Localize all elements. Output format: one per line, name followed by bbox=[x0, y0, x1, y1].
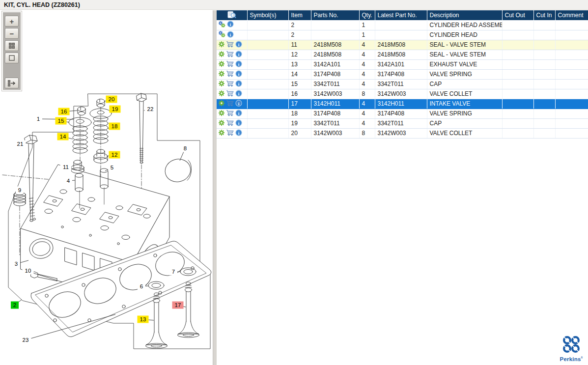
pane-splitter[interactable] bbox=[213, 10, 217, 365]
cell-item: 20 bbox=[288, 128, 311, 138]
table-row[interactable]: i203142W00383142W003VALVE COLLET bbox=[217, 128, 588, 138]
cart-icon[interactable] bbox=[226, 90, 234, 98]
table-row[interactable]: i133142A10143142A101EXHAUST VALVE bbox=[217, 59, 588, 69]
table-row[interactable]: i183174P40843174P408VALVE SPRING bbox=[217, 109, 588, 118]
cell-desc: SEAL - VALVE STEM bbox=[427, 40, 502, 50]
info-icon[interactable]: i bbox=[235, 80, 242, 88]
cart-icon[interactable] bbox=[226, 110, 234, 118]
gear-icon[interactable] bbox=[218, 119, 225, 128]
cell-latest: 2418M508 bbox=[375, 40, 427, 50]
svg-text:19: 19 bbox=[112, 106, 118, 112]
table-row[interactable]: i163142W00383142W003VALVE COLLET bbox=[217, 89, 588, 99]
cell-qty: 4 bbox=[359, 109, 375, 118]
gear-icon[interactable] bbox=[218, 129, 225, 138]
gear-icon[interactable] bbox=[218, 70, 225, 79]
cart-icon[interactable] bbox=[226, 119, 234, 128]
info-icon[interactable]: i bbox=[235, 90, 242, 98]
callout-22[interactable]: 22 bbox=[144, 106, 156, 113]
svg-text:1: 1 bbox=[37, 116, 40, 122]
diagram-toolbar: + − bbox=[2, 11, 22, 91]
cart-icon[interactable] bbox=[226, 100, 234, 108]
single-view-button[interactable] bbox=[5, 53, 19, 63]
callout-5[interactable]: 5 bbox=[105, 164, 116, 171]
svg-text:9: 9 bbox=[18, 187, 21, 193]
zoom-out-button[interactable]: − bbox=[5, 28, 19, 39]
cell-cut_out bbox=[502, 89, 533, 99]
info-icon[interactable]: i bbox=[235, 51, 242, 59]
gear-icon[interactable] bbox=[218, 41, 225, 49]
cell-parts_no: 3142A101 bbox=[311, 59, 359, 69]
svg-text:i: i bbox=[238, 101, 240, 106]
callout-2[interactable]: 2 bbox=[11, 300, 22, 309]
table-row[interactable]: i143174P40843174P408VALVE SPRING bbox=[217, 69, 588, 79]
info-icon[interactable]: i bbox=[235, 129, 242, 138]
table-row[interactable]: i173142H01143142H011INTAKE VALVE bbox=[217, 99, 588, 109]
gear-icon[interactable] bbox=[218, 60, 225, 69]
gear-icon[interactable] bbox=[218, 80, 225, 88]
gear-icon[interactable] bbox=[218, 51, 225, 59]
cell-comment bbox=[555, 89, 588, 99]
gears-icon[interactable] bbox=[218, 21, 226, 29]
tile-view-button[interactable] bbox=[5, 40, 19, 51]
info-icon[interactable]: i bbox=[227, 31, 234, 39]
zoom-in-button[interactable]: + bbox=[5, 16, 19, 27]
svg-text:12: 12 bbox=[112, 152, 118, 158]
info-icon[interactable]: i bbox=[235, 41, 242, 49]
gear-icon[interactable] bbox=[218, 90, 225, 98]
callout-16[interactable]: 16 bbox=[58, 108, 78, 115]
cell-item: 16 bbox=[288, 89, 311, 99]
callout-8[interactable]: 8 bbox=[180, 145, 189, 161]
table-row[interactable]: i153342T01143342T011CAP bbox=[217, 79, 588, 89]
cell-comment bbox=[555, 20, 588, 30]
table-row[interactable]: i21CYLINDER HEAD bbox=[217, 30, 588, 40]
info-icon[interactable]: i bbox=[235, 60, 242, 69]
cart-icon[interactable] bbox=[226, 41, 234, 49]
callout-1[interactable]: 1 bbox=[34, 115, 74, 123]
cart-icon[interactable] bbox=[226, 80, 234, 88]
callout-9[interactable]: 9 bbox=[16, 187, 24, 194]
cell-latest: 3142H011 bbox=[375, 99, 427, 109]
info-icon[interactable]: i bbox=[235, 100, 242, 108]
gears-icon[interactable] bbox=[218, 30, 226, 39]
callout-20[interactable]: 20 bbox=[105, 96, 117, 103]
cell-symbols bbox=[247, 118, 288, 128]
cart-icon[interactable] bbox=[226, 70, 234, 79]
cell-comment bbox=[555, 59, 588, 69]
callout-13[interactable]: 13 bbox=[138, 316, 154, 323]
callout-12[interactable]: 12 bbox=[107, 151, 120, 159]
cell-parts_no: 3142W003 bbox=[311, 128, 359, 138]
cell-desc: CYLINDER HEAD bbox=[427, 30, 502, 40]
cart-icon[interactable] bbox=[226, 51, 234, 59]
cart-icon[interactable] bbox=[226, 129, 234, 138]
export-list-button[interactable] bbox=[5, 78, 19, 88]
callout-18[interactable]: 18 bbox=[108, 123, 120, 130]
callout-10[interactable]: 10 bbox=[23, 267, 34, 275]
cell-cut_in bbox=[533, 118, 555, 128]
table-row[interactable]: i21CYLINDER HEAD ASSEMBLY bbox=[217, 20, 588, 30]
table-row[interactable]: i193342T01143342T011CAP bbox=[217, 118, 588, 128]
callout-14[interactable]: 14 bbox=[57, 133, 73, 140]
cell-cut_out bbox=[502, 128, 533, 138]
cell-cut_out bbox=[502, 99, 533, 109]
cell-symbols bbox=[247, 99, 288, 109]
cart-icon[interactable] bbox=[226, 60, 234, 69]
callout-17[interactable]: 17 bbox=[172, 302, 186, 309]
svg-text:13: 13 bbox=[140, 316, 146, 322]
cell-parts_no bbox=[311, 20, 359, 30]
callout-19[interactable]: 19 bbox=[110, 106, 121, 113]
table-row[interactable]: i122418M50842418M508SEAL - VALVE STEM bbox=[217, 50, 588, 59]
callout-21[interactable]: 21 bbox=[15, 140, 26, 148]
table-row[interactable]: i112418M50842418M508SEAL - VALVE STEM bbox=[217, 40, 588, 50]
info-icon[interactable]: i bbox=[235, 119, 242, 128]
gear-icon[interactable] bbox=[218, 110, 225, 118]
callout-15[interactable]: 15 bbox=[56, 117, 70, 125]
gear-icon[interactable] bbox=[218, 100, 225, 108]
cell-latest: 3142A101 bbox=[375, 59, 427, 69]
cell-cut_in bbox=[533, 40, 555, 50]
info-icon[interactable]: i bbox=[235, 70, 242, 79]
callout-11[interactable]: 11 bbox=[60, 164, 72, 171]
tiles-icon bbox=[9, 43, 15, 49]
cell-qty: 8 bbox=[359, 89, 375, 99]
info-icon[interactable]: i bbox=[227, 21, 234, 29]
info-icon[interactable]: i bbox=[235, 110, 242, 118]
